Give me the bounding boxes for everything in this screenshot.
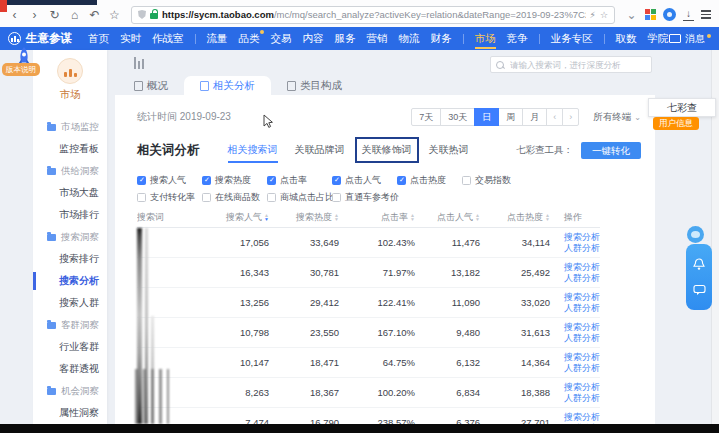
sidebar-item-搜索人群[interactable]: 搜索人群 — [33, 292, 107, 314]
action-link-搜索分析[interactable]: 搜索分析 — [564, 292, 600, 303]
messages-button[interactable]: 消息 — [669, 32, 711, 46]
version-notes-badge[interactable]: 版本说明 — [2, 63, 40, 76]
reload-icon[interactable]: ↻ — [48, 9, 61, 21]
home-icon[interactable]: ⌂ — [68, 9, 81, 21]
metric-支付转化率[interactable]: 支付转化率 — [137, 191, 202, 204]
topnav-item-竞争[interactable]: 竞争 — [507, 27, 528, 50]
section-tab-关联品牌词[interactable]: 关联品牌词 — [295, 143, 345, 157]
checkbox-商城点击占比[interactable] — [267, 193, 276, 202]
assistant-mascot-icon[interactable] — [687, 226, 704, 243]
bookmark-star-icon[interactable]: ☆ — [108, 9, 121, 21]
keyword-search-box[interactable] — [490, 56, 652, 73]
metric-搜索热度[interactable]: 搜索热度 — [202, 174, 267, 187]
bell-icon[interactable] — [693, 258, 705, 271]
address-bar[interactable]: https://sycm.taobao.com/mc/mq/search_ana… — [131, 6, 615, 24]
back-icon[interactable]: ‹ — [8, 9, 21, 21]
dropdown-chevron-icon[interactable]: ⌄ — [625, 9, 638, 21]
topnav-item-实时[interactable]: 实时 — [120, 27, 141, 50]
browser-menu-icon[interactable] — [701, 10, 711, 19]
metric-点击热度[interactable]: 点击热度 — [397, 174, 462, 187]
one-key-convert-button[interactable]: 一键转化 — [581, 142, 641, 159]
sidebar-group-市场监控[interactable]: 市场监控 — [33, 116, 107, 138]
date-button-日[interactable]: 日 — [474, 108, 499, 126]
search-input[interactable] — [508, 59, 646, 71]
extensions-icon[interactable] — [645, 9, 656, 20]
checkbox-支付转化率[interactable] — [137, 193, 146, 202]
topnav-item-营销[interactable]: 营销 — [367, 27, 388, 50]
sycm-logo[interactable]: 生意参谋 — [8, 31, 72, 46]
forward-icon[interactable]: › — [28, 9, 41, 21]
topnav-item-首页[interactable]: 首页 — [88, 27, 109, 50]
checkbox-在线商品数[interactable] — [202, 193, 211, 202]
section-tab-关联修饰词[interactable]: 关联修饰词 — [355, 137, 419, 163]
columns-icon[interactable] — [134, 57, 144, 69]
user-info-button[interactable]: 用户信息 — [653, 117, 699, 130]
action-link-搜索分析[interactable]: 搜索分析 — [564, 412, 600, 423]
action-link-人群分析[interactable]: 人群分析 — [564, 393, 600, 404]
action-link-搜索分析[interactable]: 搜索分析 — [564, 322, 600, 333]
sidebar-group-搜索洞察[interactable]: 搜索洞察 — [33, 226, 107, 248]
flash-icon[interactable]: ⚡ — [590, 10, 596, 20]
browser-extension-icon[interactable] — [663, 8, 676, 21]
terminal-dropdown[interactable]: 所有终端 ⌄ — [593, 111, 641, 124]
checkbox-交易指数[interactable] — [462, 176, 471, 185]
checkbox-点击热度[interactable] — [397, 176, 406, 185]
sidebar-item-搜索排行[interactable]: 搜索排行 — [33, 248, 107, 270]
sidebar-item-监控看板[interactable]: 监控看板 — [33, 138, 107, 160]
sidebar-item-市场排行[interactable]: 市场排行 — [33, 204, 107, 226]
topnav-item-交易[interactable]: 交易 — [271, 27, 292, 50]
action-link-人群分析[interactable]: 人群分析 — [564, 303, 600, 314]
sidebar-group-供给洞察[interactable]: 供给洞察 — [33, 160, 107, 182]
action-link-搜索分析[interactable]: 搜索分析 — [564, 382, 600, 393]
action-link-人群分析[interactable]: 人群分析 — [564, 363, 600, 374]
topnav-item-内容[interactable]: 内容 — [303, 27, 324, 50]
sidebar-item-市场大盘[interactable]: 市场大盘 — [33, 182, 107, 204]
section-tab-关联热词[interactable]: 关联热词 — [429, 143, 469, 157]
chat-icon[interactable] — [693, 284, 706, 296]
download-icon[interactable]: ↓ — [683, 9, 694, 21]
date-button-周[interactable]: 周 — [498, 108, 523, 126]
column-header-点击人气[interactable]: 点击人气▲▼ — [415, 211, 480, 224]
checkbox-直通车参考价[interactable] — [332, 193, 341, 202]
action-link-人群分析[interactable]: 人群分析 — [564, 333, 600, 344]
action-link-搜索分析[interactable]: 搜索分析 — [564, 352, 600, 363]
next-date-button[interactable]: › — [562, 108, 579, 126]
sidebar-item-客群透视[interactable]: 客群透视 — [33, 358, 107, 380]
checkbox-搜索人气[interactable] — [137, 176, 146, 185]
topnav-item-品类[interactable]: 品类 — [239, 27, 260, 50]
tab-概况[interactable]: 概况 — [118, 76, 184, 95]
prev-date-button[interactable]: ‹ — [546, 108, 563, 126]
column-header-点击率[interactable]: 点击率▲▼ — [339, 211, 415, 224]
metric-直通车参考价[interactable]: 直通车参考价 — [332, 191, 397, 204]
checkbox-搜索热度[interactable] — [202, 176, 211, 185]
action-link-人群分析[interactable]: 人群分析 — [564, 243, 600, 254]
action-link-人群分析[interactable]: 人群分析 — [564, 273, 600, 284]
history-icon[interactable]: ↶ — [88, 9, 101, 21]
date-button-月[interactable]: 月 — [522, 108, 547, 126]
favorite-star-icon[interactable]: ☆ — [600, 10, 608, 20]
topnav-item-财务[interactable]: 财务 — [431, 27, 452, 50]
topnav-item-取数[interactable]: 取数 — [616, 27, 637, 50]
sidebar-group-机会洞察[interactable]: 机会洞察 — [33, 380, 107, 402]
metric-交易指数[interactable]: 交易指数 — [462, 174, 527, 187]
topnav-item-作战室[interactable]: 作战室 — [152, 27, 184, 50]
date-button-7天[interactable]: 7天 — [411, 108, 441, 126]
sidebar-item-属性洞察[interactable]: 属性洞察 — [33, 402, 107, 424]
topnav-item-物流[interactable]: 物流 — [399, 27, 420, 50]
tab-类目构成[interactable]: 类目构成 — [271, 76, 358, 95]
metric-在线商品数[interactable]: 在线商品数 — [202, 191, 267, 204]
column-header-点击热度[interactable]: 点击热度▲▼ — [480, 211, 550, 224]
metric-搜索人气[interactable]: 搜索人气 — [137, 174, 202, 187]
section-tab-相关搜索词[interactable]: 相关搜索词 — [228, 143, 278, 157]
checkbox-点击率[interactable] — [267, 176, 276, 185]
metric-点击率[interactable]: 点击率 — [267, 174, 332, 187]
metric-点击人气[interactable]: 点击人气 — [332, 174, 397, 187]
action-link-搜索分析[interactable]: 搜索分析 — [564, 232, 600, 243]
topnav-item-业务专区[interactable]: 业务专区 — [551, 27, 593, 50]
date-button-30天[interactable]: 30天 — [440, 108, 475, 126]
topnav-item-服务[interactable]: 服务 — [335, 27, 356, 50]
sidebar-group-客群洞察[interactable]: 客群洞察 — [33, 314, 107, 336]
topnav-item-市场[interactable]: 市场 — [475, 27, 496, 50]
column-header-搜索热度[interactable]: 搜索热度▲▼ — [269, 211, 339, 224]
sidebar-item-搜索分析[interactable]: 搜索分析 — [33, 270, 107, 292]
